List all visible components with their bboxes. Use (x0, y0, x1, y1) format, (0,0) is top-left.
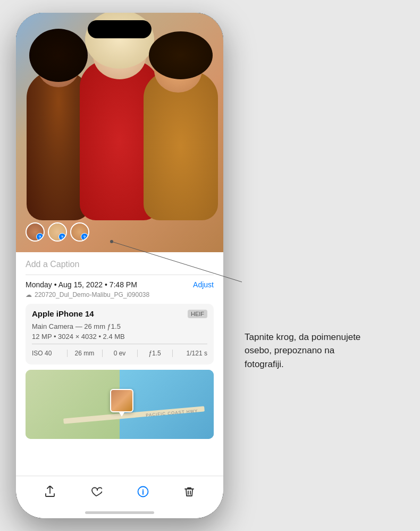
map-area[interactable]: PACIFIC COAST HWY (26, 370, 214, 439)
filename-text: 220720_Dul_Demo-Malibu_PG_i090038 (35, 291, 149, 298)
person-left-hair (29, 29, 88, 82)
heif-badge: HEIF (188, 310, 207, 318)
map-pin-point (119, 412, 124, 417)
home-indicator (85, 511, 154, 514)
person-right (144, 71, 218, 220)
device-name: Apple iPhone 14 (32, 309, 94, 318)
exif-aperture: ƒ1.5 (137, 350, 172, 357)
face-circle-2[interactable]: ? (48, 222, 67, 242)
face-circle-3[interactable]: ? (70, 222, 89, 242)
share-button[interactable] (38, 482, 62, 505)
photo-area: ? ? ? (16, 13, 223, 252)
phone-screen: ? ? ? Add a Caption (16, 13, 223, 518)
caption-area[interactable]: Add a Caption (26, 252, 214, 275)
camera-info: Main Camera — 26 mm ƒ1.5 (32, 322, 207, 330)
face-circle-1[interactable]: ? (26, 222, 45, 242)
heart-icon (90, 486, 102, 501)
map-photo-thumbnail (110, 389, 133, 412)
info-button[interactable] (131, 482, 155, 505)
page-wrapper: ? ? ? Add a Caption (0, 0, 420, 531)
info-icon (137, 486, 149, 501)
favorite-button[interactable] (85, 482, 108, 505)
map-pin (110, 389, 133, 417)
exif-focal: 26 mm (67, 350, 102, 357)
face-circles-container: ? ? ? (26, 222, 89, 242)
person-right-hair (149, 31, 213, 79)
annotation-text: Tapnite krog, da poimenujete osebo, prep… (245, 330, 372, 371)
bottom-spacer (26, 444, 214, 450)
info-panel: Add a Caption Monday • Aug 15, 2022 • 7:… (16, 252, 223, 450)
share-icon (44, 486, 56, 501)
map-water (120, 370, 214, 439)
caption-placeholder: Add a Caption (26, 260, 79, 269)
adjust-button[interactable]: Adjust (193, 280, 214, 289)
date-row: Monday • Aug 15, 2022 • 7:48 PM Adjust (26, 275, 214, 291)
annotation-area: Tapnite krog, da poimenujete osebo, prep… (223, 150, 409, 382)
cloud-icon: ☁ (26, 291, 32, 298)
exif-iso: ISO 40 (32, 350, 67, 357)
filename-row: ☁ 220720_Dul_Demo-Malibu_PG_i090038 (26, 291, 214, 304)
dynamic-island (88, 20, 152, 38)
resolution-info: 12 MP • 3024 × 4032 • 2.4 MB (32, 333, 207, 341)
separator (32, 344, 207, 344)
device-header: Apple iPhone 14 HEIF (32, 309, 207, 318)
device-card: Apple iPhone 14 HEIF Main Camera — 26 mm… (26, 304, 214, 364)
delete-button[interactable] (178, 482, 201, 505)
date-text: Monday • Aug 15, 2022 • 7:48 PM (26, 280, 137, 289)
face-badge-2: ? (58, 233, 66, 240)
phone-shell: ? ? ? Add a Caption (16, 13, 223, 518)
face-badge-3: ? (81, 233, 88, 240)
exif-shutter: 1/121 s (172, 350, 207, 357)
trash-icon (183, 486, 195, 501)
face-badge-1: ? (36, 233, 44, 240)
exif-row: ISO 40 26 mm 0 ev ƒ1.5 1/121 s (32, 347, 207, 359)
photo-background (16, 13, 223, 252)
exif-ev: 0 ev (102, 350, 137, 357)
